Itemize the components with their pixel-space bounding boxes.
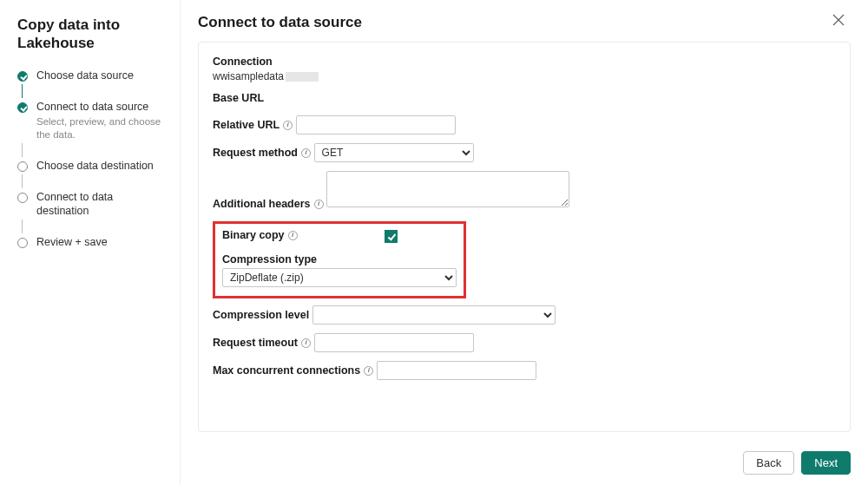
- compression-level-select[interactable]: [312, 305, 556, 324]
- step-status-icon: [17, 102, 28, 113]
- step-choose-data-destination[interactable]: Choose data destination: [17, 159, 168, 173]
- close-icon: [832, 13, 845, 27]
- connection-label: Connection: [213, 56, 273, 68]
- additional-headers-label: Additional headers: [213, 198, 324, 210]
- step-label: Connect to data source: [36, 101, 148, 113]
- binary-copy-label: Binary copy: [222, 229, 298, 241]
- step-status-icon: [17, 238, 28, 248]
- compression-type-label: Compression type: [222, 253, 317, 265]
- request-method-select[interactable]: GET: [314, 143, 474, 162]
- step-connector: [22, 82, 23, 100]
- step-status-icon: [17, 193, 28, 203]
- step-choose-data-source[interactable]: Choose data source: [17, 69, 168, 82]
- info-icon[interactable]: [301, 338, 311, 348]
- step-review-save[interactable]: Review + save: [17, 235, 168, 249]
- additional-headers-input[interactable]: [326, 171, 569, 207]
- highlighted-binary-copy-section: Binary copy Compression type ZipDeflate …: [213, 221, 466, 298]
- request-timeout-field: Request timeout: [213, 333, 836, 352]
- step-sublabel: Select, preview, and choose the data.: [36, 115, 168, 141]
- compression-level-field: Compression level: [213, 305, 836, 324]
- request-timeout-label: Request timeout: [213, 337, 311, 349]
- step-label: Choose data source: [36, 69, 134, 82]
- connection-field: Connection wwisampledata: [213, 55, 836, 82]
- connection-value: wwisampledata: [213, 70, 836, 82]
- step-connect-to-data-source[interactable]: Connect to data source Select, preview, …: [17, 100, 168, 141]
- step-status-icon: [17, 161, 28, 172]
- step-status-icon: [17, 71, 28, 82]
- compression-level-label: Compression level: [213, 309, 309, 321]
- request-method-label: Request method: [213, 147, 311, 159]
- step-label: Review + save: [36, 236, 108, 248]
- wizard-title: Copy data into Lakehouse: [17, 16, 168, 53]
- relative-url-input[interactable]: [296, 115, 456, 134]
- request-timeout-input[interactable]: [314, 333, 474, 352]
- form-panel: Connection wwisampledata Base URL Relati…: [198, 42, 851, 432]
- request-method-field: Request method GET: [213, 143, 836, 162]
- info-icon[interactable]: [364, 366, 373, 376]
- info-icon[interactable]: [283, 121, 293, 130]
- step-connector: [22, 141, 23, 159]
- binary-copy-row: Binary copy: [222, 229, 457, 244]
- main-panel: Connect to data source Connection wwisam…: [181, 0, 868, 485]
- close-button[interactable]: [832, 13, 847, 29]
- base-url-label: Base URL: [213, 92, 264, 104]
- step-label: Choose data destination: [36, 160, 154, 172]
- redacted-bar: [286, 72, 319, 82]
- compression-type-field: Compression type ZipDeflate (.zip): [222, 252, 457, 287]
- compression-type-select[interactable]: ZipDeflate (.zip): [222, 268, 457, 287]
- step-connector: [22, 173, 23, 190]
- max-concurrent-field: Max concurrent connections: [213, 361, 836, 380]
- additional-headers-field: Additional headers: [213, 171, 836, 213]
- relative-url-field: Relative URL: [213, 115, 836, 134]
- wizard-steps: Choose data source Connect to data sourc…: [17, 69, 168, 249]
- step-connector: [22, 218, 23, 235]
- next-button[interactable]: Next: [801, 451, 851, 475]
- step-connect-to-data-destination[interactable]: Connect to data destination: [17, 190, 168, 218]
- info-icon[interactable]: [288, 231, 298, 240]
- max-concurrent-label: Max concurrent connections: [213, 364, 373, 377]
- base-url-field: Base URL: [213, 91, 836, 107]
- info-icon[interactable]: [314, 200, 324, 209]
- binary-copy-checkbox[interactable]: [385, 230, 398, 243]
- back-button[interactable]: Back: [743, 451, 794, 475]
- max-concurrent-input[interactable]: [377, 361, 536, 380]
- footer-actions: Back Next: [743, 451, 851, 475]
- info-icon[interactable]: [301, 148, 311, 158]
- relative-url-label: Relative URL: [213, 119, 293, 131]
- wizard-sidebar: Copy data into Lakehouse Choose data sou…: [0, 0, 181, 485]
- step-label: Connect to data destination: [36, 191, 113, 217]
- page-title: Connect to data source: [198, 14, 851, 31]
